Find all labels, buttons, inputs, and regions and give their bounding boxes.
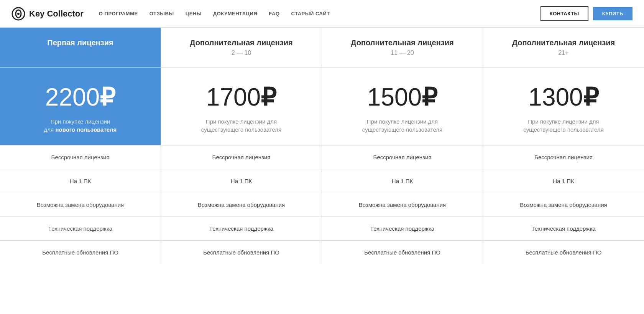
plan-title-11-20: Дополнительная лицензия bbox=[330, 38, 475, 47]
feature-cell-1-1: На 1 ПК bbox=[161, 169, 322, 193]
feature-cell-0-2: Бессрочная лицензия bbox=[322, 145, 483, 169]
price-amount-11-20: 1500 bbox=[367, 83, 422, 111]
price-note-21-plus: При покупке лицензии длясуществующего по… bbox=[491, 117, 636, 134]
plan-header-first: Первая лицензия bbox=[0, 28, 161, 67]
nav-faq[interactable]: FAQ bbox=[269, 11, 279, 17]
feature-cell-2-2: Возможна замена оборудования bbox=[322, 193, 483, 216]
logo-text: Key Collector bbox=[29, 9, 84, 19]
header-actions: КОНТАКТЫ КУПИТЬ bbox=[540, 6, 632, 21]
nav-about[interactable]: О ПРОГРАММЕ bbox=[99, 11, 138, 17]
price-display-11-20: 1500₽ bbox=[330, 83, 475, 111]
feature-cell-0-0: Бессрочная лицензия bbox=[0, 145, 161, 169]
feature-cell-3-1: Техническая поддержка bbox=[161, 217, 322, 240]
feature-row-1: На 1 ПК На 1 ПК На 1 ПК На 1 ПК bbox=[0, 169, 644, 193]
nav-old-site[interactable]: СТАРЫЙ САЙТ bbox=[291, 11, 330, 17]
price-amount-first: 2200 bbox=[45, 83, 100, 111]
plan-price-21-plus: 1300₽ При покупке лицензии длясуществующ… bbox=[483, 68, 644, 145]
svg-point-2 bbox=[17, 13, 20, 15]
feature-cell-1-3: На 1 ПК bbox=[483, 169, 644, 193]
feature-cell-2-1: Возможна замена оборудования bbox=[161, 193, 322, 216]
price-display-2-10: 1700₽ bbox=[169, 83, 314, 111]
plan-header-11-20: Дополнительная лицензия 11 — 20 bbox=[322, 28, 483, 67]
plan-header-2-10: Дополнительная лицензия 2 — 10 bbox=[161, 28, 322, 67]
main-nav: О ПРОГРАММЕ ОТЗЫВЫ ЦЕНЫ ДОКУМЕНТАЦИЯ FAQ… bbox=[99, 11, 540, 17]
pricing-header-row: Первая лицензия Дополнительная лицензия … bbox=[0, 28, 644, 68]
pricing-section: Первая лицензия Дополнительная лицензия … bbox=[0, 28, 644, 264]
plan-header-21-plus: Дополнительная лицензия 21+ bbox=[483, 28, 644, 67]
feature-row-4: Бесплатные обновления ПО Бесплатные обно… bbox=[0, 241, 644, 264]
feature-cell-4-1: Бесплатные обновления ПО bbox=[161, 241, 322, 264]
feature-row-2: Возможна замена оборудования Возможна за… bbox=[0, 193, 644, 217]
pricing-price-row: 2200₽ При покупке лицензиидля нового пол… bbox=[0, 68, 644, 145]
feature-row-3: Техническая поддержка Техническая поддер… bbox=[0, 217, 644, 241]
plan-price-first: 2200₽ При покупке лицензиидля нового пол… bbox=[0, 68, 161, 145]
feature-cell-1-0: На 1 ПК bbox=[0, 169, 161, 193]
feature-cell-0-1: Бессрочная лицензия bbox=[161, 145, 322, 169]
price-currency-first: ₽ bbox=[100, 83, 115, 111]
feature-cell-0-3: Бессрочная лицензия bbox=[483, 145, 644, 169]
feature-row-0: Бессрочная лицензия Бессрочная лицензия … bbox=[0, 145, 644, 169]
logo-icon bbox=[12, 7, 25, 21]
logo[interactable]: Key Collector bbox=[12, 7, 84, 21]
plan-price-2-10: 1700₽ При покупке лицензии длясуществующ… bbox=[161, 68, 322, 145]
price-note-2-10: При покупке лицензии длясуществующего по… bbox=[169, 117, 314, 134]
plan-title-first: Первая лицензия bbox=[8, 38, 153, 47]
feature-cell-4-3: Бесплатные обновления ПО bbox=[483, 241, 644, 264]
buy-button[interactable]: КУПИТЬ bbox=[593, 7, 632, 20]
plan-title-21-plus: Дополнительная лицензия bbox=[491, 38, 636, 47]
price-display-21-plus: 1300₽ bbox=[491, 83, 636, 111]
feature-cell-3-0: Техническая поддержка bbox=[0, 217, 161, 240]
feature-cell-2-0: Возможна замена оборудования bbox=[0, 193, 161, 216]
price-currency-21-plus: ₽ bbox=[583, 83, 599, 111]
plan-title-2-10: Дополнительная лицензия bbox=[169, 38, 314, 47]
site-header: Key Collector О ПРОГРАММЕ ОТЗЫВЫ ЦЕНЫ ДО… bbox=[0, 0, 644, 28]
price-note-first: При покупке лицензиидля нового пользоват… bbox=[8, 117, 153, 134]
feature-cell-4-0: Бесплатные обновления ПО bbox=[0, 241, 161, 264]
plan-subtitle-2-10: 2 — 10 bbox=[169, 50, 314, 56]
price-display-first: 2200₽ bbox=[8, 83, 153, 111]
plan-subtitle-11-20: 11 — 20 bbox=[330, 50, 475, 56]
nav-prices[interactable]: ЦЕНЫ bbox=[186, 11, 202, 17]
feature-cell-3-3: Техническая поддержка bbox=[483, 217, 644, 240]
feature-cell-2-3: Возможна замена оборудования bbox=[483, 193, 644, 216]
price-amount-21-plus: 1300 bbox=[528, 83, 583, 111]
price-amount-2-10: 1700 bbox=[206, 83, 261, 111]
feature-cell-1-2: На 1 ПК bbox=[322, 169, 483, 193]
contacts-button[interactable]: КОНТАКТЫ bbox=[540, 6, 588, 21]
plan-subtitle-21-plus: 21+ bbox=[491, 50, 636, 56]
price-currency-11-20: ₽ bbox=[422, 83, 437, 111]
feature-cell-3-2: Техническая поддержка bbox=[322, 217, 483, 240]
nav-reviews[interactable]: ОТЗЫВЫ bbox=[150, 11, 174, 17]
price-currency-2-10: ₽ bbox=[261, 83, 276, 111]
plan-price-11-20: 1500₽ При покупке лицензии длясуществующ… bbox=[322, 68, 483, 145]
nav-docs[interactable]: ДОКУМЕНТАЦИЯ bbox=[213, 11, 257, 17]
feature-cell-4-2: Бесплатные обновления ПО bbox=[322, 241, 483, 264]
price-note-11-20: При покупке лицензии длясуществующего по… bbox=[330, 117, 475, 134]
